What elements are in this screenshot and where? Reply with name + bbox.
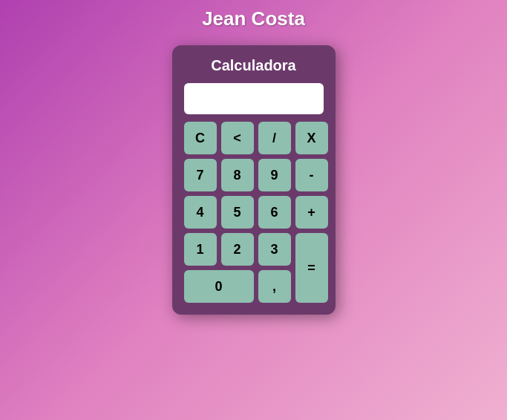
button-7[interactable]: 7 [184, 159, 217, 191]
button-9[interactable]: 9 [258, 159, 291, 191]
button-row-2: 7 8 9 - [184, 159, 324, 191]
calculator-title: Calculadora [184, 57, 324, 74]
button-row-4-top: 1 2 3 [184, 233, 291, 266]
calculator-display[interactable] [184, 83, 324, 114]
page-title: Jean Costa [202, 7, 305, 30]
button-row-5: 0 , [184, 270, 291, 303]
calculator-buttons: C < / X 7 8 9 - 4 5 6 + 1 2 3 [184, 122, 324, 303]
button-subtract[interactable]: - [295, 159, 328, 191]
button-c[interactable]: C [184, 122, 217, 154]
button-4[interactable]: 4 [184, 196, 217, 229]
button-row-3: 4 5 6 + [184, 196, 324, 229]
button-0[interactable]: 0 [184, 270, 254, 303]
calculator: Calculadora C < / X 7 8 9 - 4 5 6 + 1 [172, 45, 336, 315]
button-2[interactable]: 2 [221, 233, 254, 266]
button-backspace[interactable]: < [221, 122, 254, 154]
button-5[interactable]: 5 [221, 196, 254, 229]
button-row-4: 1 2 3 0 , = [184, 233, 324, 303]
button-equals[interactable]: = [295, 233, 328, 303]
button-divide[interactable]: / [258, 122, 291, 154]
button-1[interactable]: 1 [184, 233, 217, 266]
button-8[interactable]: 8 [221, 159, 254, 191]
button-add[interactable]: + [295, 196, 328, 229]
button-3[interactable]: 3 [258, 233, 291, 266]
button-multiply[interactable]: X [295, 122, 328, 154]
button-6[interactable]: 6 [258, 196, 291, 229]
button-row-1: C < / X [184, 122, 324, 154]
button-comma[interactable]: , [258, 270, 291, 303]
